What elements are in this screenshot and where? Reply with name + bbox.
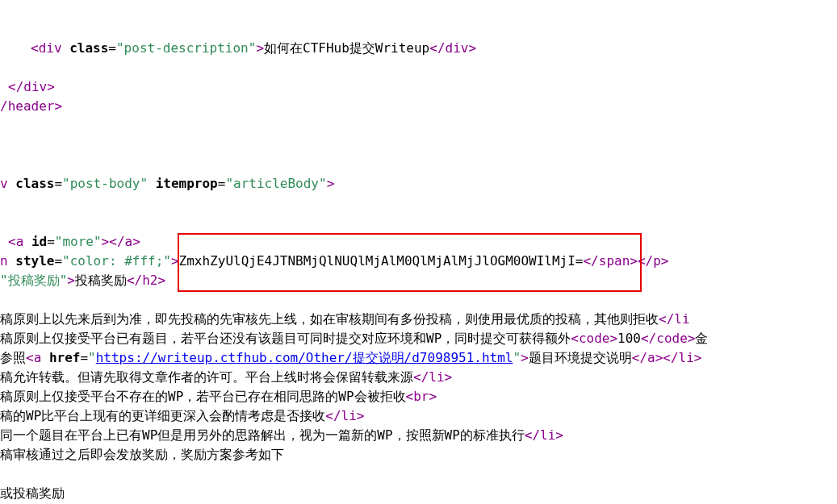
code-line: <div class="post-description">如何在CTFHub提… <box>0 39 837 58</box>
blank-line <box>0 290 837 310</box>
blank-line <box>0 19 837 39</box>
blank-line <box>0 155 837 174</box>
li-text: 稿的WP比平台上现有的更详细更深入会酌情考虑是否接收 <box>0 408 325 423</box>
source-view: <div class="post-description">如何在CTFHub提… <box>0 0 837 503</box>
li-text: 稿原则上仅接受平台已有题目，若平台还没有该题目可同时提交对应环境和WP，同时提交… <box>0 331 571 346</box>
list-line-6: 稿的WP比平台上现有的更详细更深入会酌情考虑是否接收</li> <box>0 406 837 426</box>
blank-line <box>0 213 837 232</box>
list-line-8: 稿审核通过之后即会发放奖励，奖励方案参考如下 <box>0 445 837 464</box>
list-line-5: 稿原则上仅接受平台不存在的WP，若平台已存在相同思路的WP会被拒收<br> <box>0 387 837 406</box>
blank-line <box>0 116 837 135</box>
blank-line <box>0 58 837 77</box>
code-val: 100 <box>617 331 641 346</box>
writeup-link[interactable]: https://writeup.ctfhub.com/Other/提交说明/d7… <box>96 350 513 365</box>
list-line-3: 参照<a href="https://writeup.ctfhub.com/Ot… <box>0 348 837 368</box>
blank-line <box>0 194 837 213</box>
anchor-text: 投稿奖励 <box>75 273 127 288</box>
li-text: 同一个题目在平台上已有WP但是用另外的思路解出，视为一篇新的WP，按照新WP的标… <box>0 427 525 443</box>
list-line-2: 稿原则上仅接受平台已有题目，若平台还没有该题目可同时提交对应环境和WP，同时提交… <box>0 329 837 348</box>
last-line: 或投稿奖励 <box>0 484 837 503</box>
encoded-string: ZmxhZyUlQjE4JTNBMjQlNUQlMjAlM0QlMjAlMjJl… <box>179 253 584 269</box>
code-line: </div> <box>0 77 837 97</box>
list-line-4: 稿允许转载。但请先取得文章作者的许可。平台上线时将会保留转载来源</li> <box>0 368 837 387</box>
code-line: /header> <box>0 97 837 116</box>
blank-line <box>0 135 837 155</box>
blank-line <box>0 464 837 484</box>
code-line-encoded: n style="color: #fff;">ZmxhZyUlQjE4JTNBM… <box>0 252 837 271</box>
li-text: 稿审核通过之后即会发放奖励，奖励方案参考如下 <box>0 447 284 462</box>
anchor-id: 投稿奖励 <box>8 273 60 288</box>
blank-line <box>0 0 837 19</box>
code-line: v class="post-body" itemprop="articleBod… <box>0 174 837 194</box>
li-text: 稿原则上仅接受平台不存在的WP，若平台已存在相同思路的WP会被拒收 <box>0 389 406 404</box>
list-line-1: 稿原则上以先来后到为准，即先投稿的先审核先上线，如在审核期间有多份投稿，则使用最… <box>0 310 837 329</box>
code-line: "投稿奖励">投稿奖励</h2> <box>0 271 837 290</box>
li-text: 稿原则上以先来后到为准，即先投稿的先审核先上线，如在审核期间有多份投稿，则使用最… <box>0 311 659 327</box>
li-text: 参照 <box>0 350 26 365</box>
li-text: 稿允许转载。但请先取得文章作者的许可。平台上线时将会保留转载来源 <box>0 369 413 385</box>
list-line-7: 同一个题目在平台上已有WP但是用另外的思路解出，视为一篇新的WP，按照新WP的标… <box>0 426 837 445</box>
post-description-text: 如何在CTFHub提交Writeup <box>264 40 429 56</box>
code-line: <a id="more"></a> <box>0 232 837 252</box>
link-label: 题目环境提交说明 <box>529 350 632 365</box>
last-text: 或投稿奖励 <box>0 485 65 501</box>
